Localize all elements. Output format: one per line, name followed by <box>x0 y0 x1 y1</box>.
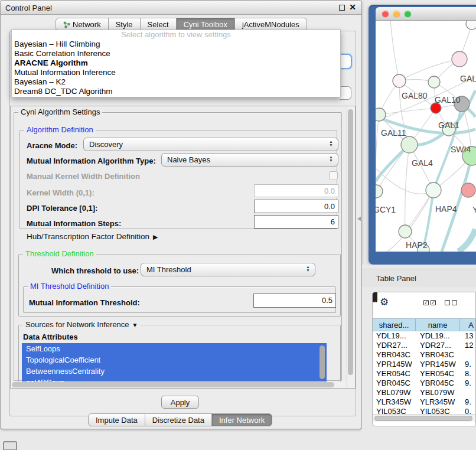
table-row[interactable]: YLR345WYLR345W9. <box>373 397 475 407</box>
cell: YPR145W <box>376 360 418 369</box>
which-threshold-combobox[interactable]: MI Threshold ▲▼ <box>141 263 315 276</box>
network-edge[interactable] <box>399 59 459 81</box>
cell: YPR145W <box>420 360 462 369</box>
minimized-panel-icon[interactable] <box>3 441 17 450</box>
node-gal2[interactable] <box>452 51 467 67</box>
sources-title[interactable]: Sources for Network Inference▼ <box>23 321 140 330</box>
manual-kernel-width-checkbox[interactable] <box>329 171 338 180</box>
node-gcy1[interactable] <box>376 185 383 198</box>
node-label-gal1: GAL1 <box>438 120 459 130</box>
node-top-partial[interactable] <box>466 21 476 30</box>
node-label-gal80: GAL80 <box>402 91 428 100</box>
cell: YBR043C <box>420 350 462 359</box>
settings-hscrollbar-thumb[interactable] <box>12 382 334 387</box>
attribute-item-topologicalcoefficient[interactable]: TopologicalCoefficient <box>22 354 327 366</box>
table-panel-titlebar[interactable]: Table Panel <box>362 269 476 286</box>
data-attributes-list[interactable]: SelfLoopsTopologicalCoefficientBetweenne… <box>22 343 327 381</box>
attribute-item-selfloops[interactable]: SelfLoops <box>22 343 327 354</box>
node-gal11[interactable] <box>376 108 386 121</box>
algorithm-option-bayesian-k2[interactable]: Bayesian – K2 <box>12 77 340 87</box>
tab-impute-data[interactable]: Impute Data <box>88 413 145 426</box>
cell: YBR045C <box>420 379 462 387</box>
dpi-tolerance-input[interactable]: 0.0 <box>254 200 338 213</box>
node-label-y: Y <box>472 205 476 214</box>
network-edge-thick[interactable] <box>458 229 475 252</box>
cell: YDR27... <box>376 341 418 350</box>
table-selector-combobox-fragment[interactable] <box>340 86 351 100</box>
combo-arrows-icon: ▲▼ <box>305 265 311 272</box>
tab-infer-network[interactable]: Infer Network <box>212 413 272 426</box>
table-row[interactable]: YPR145WYPR145W9. <box>373 360 475 369</box>
table-row[interactable]: YBR043CYBR043C <box>373 350 475 360</box>
combo-arrows-icon: ▲▼ <box>328 140 334 147</box>
manual-kernel-width-label: Manual Kernel Width Definition <box>27 172 140 181</box>
table-row[interactable]: YDL19...YDL19...13 <box>373 331 475 341</box>
table-row[interactable]: YER054CYER054C8. <box>373 369 475 379</box>
cell: YBL079W <box>376 388 418 397</box>
table-row[interactable]: YBL079WYBL079W <box>373 388 475 397</box>
column-header-a[interactable]: A <box>460 319 475 331</box>
node-gal4[interactable] <box>401 136 418 153</box>
mac-minimize-button[interactable] <box>393 11 400 17</box>
float-window-icon[interactable] <box>339 5 345 11</box>
table-header-row: shared...nameA <box>373 318 475 331</box>
mac-zoom-button[interactable] <box>405 11 411 17</box>
network-edge[interactable] <box>379 108 436 115</box>
cell: YDL19... <box>376 331 418 340</box>
mi-algorithm-type-combobox[interactable]: Naive Bayes ▲▼ <box>161 153 338 167</box>
node-hap4[interactable] <box>426 182 441 198</box>
mi-threshold-input[interactable]: 0.5 <box>253 294 336 308</box>
network-canvas[interactable]: GALGAL80GAL10GAL1GAL11SWI4GAL4GCY1HAP4YH… <box>376 21 476 252</box>
node-label-swi4: SWI4 <box>451 145 471 154</box>
node-label-hap2: HAP2 <box>406 240 428 250</box>
data-attributes-label: Data Attributes <box>23 332 78 341</box>
settings-vscrollbar-thumb[interactable] <box>348 109 353 375</box>
network-window-titlebar[interactable] <box>376 7 476 21</box>
table-row[interactable]: YIL053CYIL053C0. <box>373 407 475 414</box>
tab-discretize-data[interactable]: Discretize Data <box>145 413 212 426</box>
algorithm-option-dream8-dc-tdc-algorithm[interactable]: Dream8 DC_TDC Algorithm <box>12 87 340 96</box>
attribute-item-gal4rgexp[interactable]: gal4RGexp <box>22 377 327 381</box>
cell: YIL053C <box>376 407 418 414</box>
mi-steps-input[interactable]: 6 <box>254 215 338 229</box>
expand-right-icon[interactable]: ▶ <box>153 233 158 240</box>
table-hscrollbar-thumb[interactable] <box>374 416 472 421</box>
cell: 9. <box>465 360 475 369</box>
table-row[interactable]: YDR27...YDR27...12 <box>373 341 475 350</box>
table-row[interactable]: YBR045CYBR045C9. <box>373 379 475 388</box>
network-edge[interactable] <box>390 21 399 81</box>
select-all-checkboxes-icon[interactable]: ✓✓ <box>423 300 436 305</box>
network-view-window: GALGAL80GAL10GAL1GAL11SWI4GAL4GCY1HAP4YH… <box>369 5 476 265</box>
node-hap2[interactable] <box>399 225 412 238</box>
deselect-all-checkboxes-icon[interactable] <box>445 300 457 305</box>
network-edge[interactable] <box>405 145 409 231</box>
close-icon[interactable]: ✕ <box>349 2 356 12</box>
kernel-width-input[interactable]: 0.0 <box>254 184 338 197</box>
algorithm-option-basic-correlation-inference[interactable]: Basic Correlation Inference <box>12 49 340 58</box>
aracne-mode-combobox[interactable]: Discovery ▲▼ <box>83 138 338 151</box>
attributes-scrollbar-thumb[interactable] <box>319 345 325 379</box>
collapse-down-icon[interactable]: ▼ <box>132 322 138 328</box>
algorithm-option-aracne-algorithm[interactable]: ARACNE Algorithm <box>12 58 340 68</box>
apply-button[interactable]: Apply <box>161 396 199 409</box>
inference-algorithm-combobox-fragment[interactable] <box>340 54 352 69</box>
sources-title-text: Sources for Network Inference <box>25 320 129 329</box>
algorithm-dropdown-popup: Select algorithm to view settings Bayesi… <box>11 30 341 97</box>
column-header-name[interactable]: name <box>416 319 460 331</box>
node-gal80[interactable] <box>393 74 406 87</box>
node-gal10[interactable] <box>428 76 440 88</box>
algorithm-option-bayesian-hill-climbing[interactable]: Bayesian – Hill Climbing <box>12 40 340 49</box>
attribute-item-betweennesscentrality[interactable]: BetweennessCentrality <box>22 366 327 377</box>
column-header-shared[interactable]: shared... <box>373 319 416 331</box>
mac-close-button[interactable] <box>382 11 389 17</box>
node-salmon[interactable] <box>461 183 475 197</box>
algorithm-option-mutual-information-inference[interactable]: Mutual Information Inference <box>12 68 340 77</box>
network-edge-thick[interactable] <box>442 156 472 252</box>
gear-icon[interactable]: ⚙ <box>380 296 389 308</box>
hub-transcription-factor-section[interactable]: Hub/Transcription Factor Definition▶ <box>27 232 158 241</box>
control-panel-titlebar[interactable]: Control Panel ✕ <box>1 1 361 15</box>
control-panel-title: Control Panel <box>5 4 52 12</box>
hub-section-label: Hub/Transcription Factor Definition <box>27 232 149 241</box>
table-hscrollbar[interactable] <box>373 414 475 422</box>
cell: 9. <box>465 379 475 387</box>
